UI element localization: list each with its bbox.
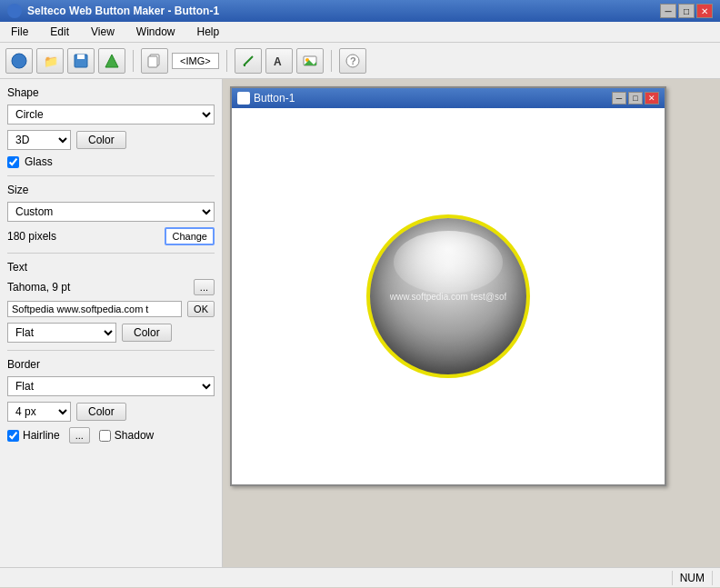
open-button[interactable]: 📁 [36, 48, 64, 74]
size-section-label: Size [7, 184, 215, 196]
border-size-select[interactable]: 4 px 1 px 2 px 3 px 6 px [7, 402, 71, 422]
shape-section-label: Shape [7, 86, 215, 99]
text-section-label: Text [7, 261, 215, 274]
inner-close-button[interactable]: ✕ [645, 92, 659, 105]
circle-button: www.softpedia.com test@sof [366, 214, 530, 378]
menu-edit[interactable]: Edit [43, 24, 76, 40]
svg-rect-3 [77, 55, 85, 59]
circle-glass-effect [394, 231, 503, 294]
img-label: <IMG> [172, 53, 219, 69]
shape-select-row: Circle Rectangle Rounded Rectangle Ellip… [7, 105, 215, 125]
minimize-button[interactable]: ─ [660, 4, 676, 18]
svg-line-7 [244, 56, 253, 65]
menu-help[interactable]: Help [190, 24, 227, 40]
inner-window: Button-1 ─ □ ✕ www.softpedia.com test@so… [230, 86, 666, 486]
circle-text: www.softpedia.com test@sof [390, 292, 507, 302]
help-button[interactable]: ? [339, 48, 366, 74]
pen-button[interactable] [235, 48, 262, 74]
change-button[interactable]: Change [165, 227, 215, 245]
copy-button[interactable] [141, 48, 168, 74]
style-select[interactable]: 3D Flat Glossy [7, 130, 71, 150]
divider-2 [7, 253, 215, 254]
svg-marker-4 [105, 55, 118, 67]
pixel-row: 180 pixels Change [7, 227, 215, 245]
toolbar-separator-3 [331, 50, 332, 72]
inner-controls: ─ □ ✕ [612, 92, 659, 105]
glass-row: Glass [7, 155, 215, 168]
svg-point-0 [12, 54, 26, 68]
window-controls: ─ □ ✕ [660, 4, 713, 18]
svg-text:📁: 📁 [44, 54, 58, 69]
font-row: Tahoma, 9 pt ... [7, 279, 215, 295]
app-title: Selteco Web Button Maker - Button-1 [27, 5, 219, 17]
menu-view[interactable]: View [84, 24, 122, 40]
save-button[interactable] [67, 48, 95, 74]
menu-window[interactable]: Window [129, 24, 183, 40]
text-color-button[interactable]: Color [122, 324, 172, 342]
left-panel: Shape Circle Rectangle Rounded Rectangle… [0, 79, 223, 567]
inner-maximize-button[interactable]: □ [628, 92, 643, 105]
inner-window-icon [237, 92, 250, 105]
title-bar: Selteco Web Button Maker - Button-1 ─ □ … [0, 0, 720, 22]
font-button[interactable]: A [265, 48, 293, 74]
border-size-row: 4 px 1 px 2 px 3 px 6 px Color [7, 402, 215, 422]
publish-button[interactable] [98, 48, 125, 74]
border-section-label: Border [7, 358, 215, 371]
hairline-row: Hairline ... Shadow [7, 427, 215, 443]
text-style-select[interactable]: Flat Embossed Engraved [7, 323, 116, 343]
canvas-area: Button-1 ─ □ ✕ www.softpedia.com test@so… [223, 79, 720, 567]
text-style-row: Flat Embossed Engraved Color [7, 323, 215, 343]
shadow-checkbox[interactable] [99, 430, 111, 442]
glass-label: Glass [25, 155, 53, 168]
divider-1 [7, 175, 215, 176]
font-dialog-button[interactable]: ... [194, 279, 215, 295]
style-row: 3D Flat Glossy Color [7, 130, 215, 150]
glass-checkbox[interactable] [7, 156, 19, 168]
border-style-select[interactable]: Flat 3D None [7, 376, 215, 396]
border-color-button[interactable]: Color [76, 403, 126, 421]
menu-bar: File Edit View Window Help [0, 22, 720, 43]
pixel-label: 180 pixels [7, 230, 56, 243]
toolbar-separator-1 [133, 50, 134, 72]
main-container: Shape Circle Rectangle Rounded Rectangle… [0, 79, 720, 567]
toolbar: 📁 <IMG> A ? [0, 43, 720, 79]
inner-title-bar: Button-1 ─ □ ✕ [232, 88, 665, 108]
svg-text:?: ? [350, 55, 356, 66]
maximize-button[interactable]: □ [678, 4, 695, 18]
hairline-dialog-button[interactable]: ... [69, 427, 90, 443]
canvas-content: www.softpedia.com test@sof [232, 108, 665, 484]
svg-text:A: A [274, 55, 282, 68]
status-bar: NUM [0, 567, 720, 587]
inner-minimize-button[interactable]: ─ [612, 92, 626, 105]
app-icon [7, 4, 22, 18]
font-label: Tahoma, 9 pt [7, 281, 188, 294]
svg-rect-6 [148, 56, 157, 67]
new-button[interactable] [5, 48, 33, 74]
image-button[interactable] [296, 48, 324, 74]
text-input-row: OK [7, 301, 215, 317]
menu-file[interactable]: File [4, 24, 35, 40]
text-input[interactable] [7, 301, 182, 317]
toolbar-separator-2 [226, 50, 227, 72]
shape-select[interactable]: Circle Rectangle Rounded Rectangle Ellip… [7, 105, 215, 125]
shape-color-button[interactable]: Color [76, 131, 126, 149]
hairline-label: Hairline [23, 429, 60, 442]
text-ok-button[interactable]: OK [187, 301, 215, 317]
shadow-label: Shadow [115, 429, 154, 442]
hairline-checkbox[interactable] [7, 430, 19, 442]
size-select-row: Custom Small Medium Large [7, 202, 215, 222]
close-button[interactable]: ✕ [696, 4, 713, 18]
num-indicator: NUM [672, 571, 713, 585]
divider-3 [7, 350, 215, 351]
size-select[interactable]: Custom Small Medium Large [7, 202, 215, 222]
border-style-row: Flat 3D None [7, 376, 215, 396]
inner-window-title: Button-1 [254, 92, 295, 105]
